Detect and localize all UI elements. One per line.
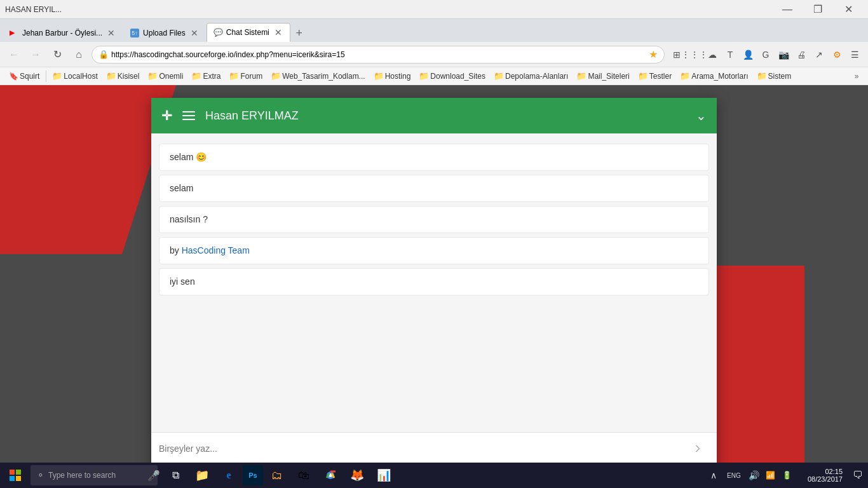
bookmark-folder-icon-2: 📁 [107, 72, 116, 81]
lang-icon[interactable]: G [757, 46, 774, 63]
tray-expand-icon[interactable]: ∧ [706, 468, 721, 483]
bookmarks-more-button[interactable]: » [850, 72, 863, 81]
bookmark-squirt[interactable]: 🔖 Squirt [5, 71, 43, 82]
menu-icon[interactable]: ☰ [846, 46, 863, 63]
title-bar-left: HASAN ERYIL... [5, 5, 62, 14]
task-view-button[interactable]: ⧉ [163, 463, 188, 488]
taskbar-search-input[interactable] [48, 471, 144, 480]
start-button[interactable] [3, 463, 28, 488]
bookmark-extra[interactable]: 📁 Extra [188, 71, 224, 82]
bookmark-label-mail: Mail_Siteleri [588, 72, 629, 81]
edge-app[interactable]: e [216, 463, 241, 488]
tab-upload[interactable]: 5↑ Upload Files ✕ [123, 23, 207, 42]
clock-date: 08/23/2017 [808, 475, 843, 483]
message-text-3: nasılsın ? [170, 214, 208, 224]
message-5: iyi sen [159, 268, 709, 295]
tab-favicon-jehan: ▶ [10, 29, 18, 37]
bookmark-label-depolama: Depolama-Alanları [505, 72, 568, 81]
back-button[interactable]: ← [5, 46, 23, 64]
address-bar: ← → ↻ ⌂ 🔒 ★ ⊞ ⋮⋮⋮ ☁ T 👤 G 📷 🖨 ↗ ⚙ ☰ [0, 42, 868, 67]
svg-rect-2 [10, 470, 15, 475]
bookmark-folder-icon-9: 📁 [494, 72, 503, 81]
message-text-1: selam 😊 [170, 152, 207, 162]
taskbar-search[interactable]: ⚬ 🎤 [31, 465, 158, 485]
address-input[interactable] [111, 50, 649, 59]
firefox-app[interactable]: 🦊 [344, 463, 370, 488]
svg-rect-5 [16, 476, 21, 481]
notification-button[interactable]: 🗨 [850, 468, 865, 483]
close-button[interactable]: ✕ [834, 0, 863, 19]
tab-label-jehan: Jehan Barbur - Öylesi... [22, 29, 102, 37]
hascoding-link[interactable]: HasCoding Team [182, 245, 250, 255]
battery-icon[interactable]: 🔋 [780, 468, 795, 483]
bookmark-folder-icon-8: 📁 [419, 72, 428, 81]
tab-close-jehan[interactable]: ✕ [106, 28, 116, 38]
svg-rect-4 [10, 476, 15, 481]
network-icon[interactable]: 📶 [763, 468, 778, 483]
forward2-icon[interactable]: ↗ [811, 46, 827, 63]
screenshot-icon[interactable]: 📷 [775, 46, 792, 63]
chat-dropdown-icon[interactable]: ⌄ [696, 108, 707, 123]
chrome-app[interactable] [318, 463, 343, 488]
user-icon[interactable]: 👤 [740, 46, 756, 63]
bookmark-web[interactable]: 📁 Web_Tasarim_Kodlam... [268, 71, 369, 82]
store-app[interactable]: 🛍 [291, 463, 316, 488]
chat-menu-icon[interactable] [180, 109, 198, 123]
chat-messages[interactable]: selam 😊 selam nasılsın ? by HasCoding Te… [151, 133, 717, 432]
home-button[interactable]: ⌂ [70, 46, 88, 64]
bookmark-onemli[interactable]: 📁 Onemli [144, 71, 187, 82]
bookmark-testler[interactable]: 📁 Testler [635, 71, 675, 82]
bookmark-label-sistem: Sistem [768, 72, 792, 81]
bookmark-separator [46, 71, 46, 82]
bookmark-hosting[interactable]: 📁 Hosting [370, 71, 415, 82]
bookmark-star-icon[interactable]: ★ [649, 48, 658, 60]
chat-title: Hasan ERYILMAZ [205, 109, 299, 123]
tab-chat[interactable]: 💬 Chat Sistemi ✕ [207, 23, 290, 42]
bookmark-download[interactable]: 📁 Download_Sites [416, 71, 489, 82]
maximize-button[interactable]: ❐ [803, 0, 832, 19]
bookmark-folder-icon-4: 📁 [192, 72, 201, 81]
tab-jehan[interactable]: ▶ Jehan Barbur - Öylesi... ✕ [3, 23, 123, 42]
grid-icon[interactable]: ⋮⋮⋮ [686, 46, 703, 63]
chat-send-button[interactable] [686, 437, 709, 460]
message-text-4-prefix: by [170, 245, 182, 255]
language-tray[interactable]: ENG [722, 468, 745, 483]
forward-button[interactable]: → [27, 46, 44, 64]
tab-label-upload: Upload Files [143, 29, 186, 37]
bookmark-sistem[interactable]: 📁 Sistem [754, 71, 796, 82]
chat-hash-icon: ✛ [161, 108, 172, 123]
app-9[interactable]: 📊 [371, 463, 397, 488]
volume-icon[interactable]: 🔊 [747, 468, 762, 483]
file-manager-app[interactable]: 🗂 [264, 463, 290, 488]
bookmark-folder-icon-12: 📁 [681, 72, 689, 81]
settings-icon[interactable]: ⚙ [829, 46, 845, 63]
message-text-5: iyi sen [170, 276, 195, 287]
bookmark-mail[interactable]: 📁 Mail_Siteleri [573, 71, 633, 82]
translate-icon[interactable]: T [722, 46, 738, 63]
bookmark-localhost[interactable]: 📁 LocalHost [49, 71, 101, 82]
file-explorer-app[interactable]: 📁 [189, 463, 215, 488]
bookmark-label-onemli: Onemli [159, 72, 183, 81]
reload-button[interactable]: ↻ [48, 46, 66, 64]
message-text-2: selam [170, 183, 193, 193]
chat-input[interactable] [159, 444, 686, 454]
cloud-icon[interactable]: ☁ [704, 46, 721, 63]
tab-close-chat[interactable]: ✕ [273, 27, 283, 37]
menu-line-2 [182, 115, 195, 116]
bookmark-forum[interactable]: 📁 Forum [226, 71, 266, 82]
taskbar: ⚬ 🎤 ⧉ 📁 e Ps 🗂 🛍 🦊 📊 ∧ ENG 🔊 📶 🔋 02: [0, 463, 868, 488]
menu-line-1 [182, 111, 195, 112]
message-4: by HasCoding Team [159, 237, 709, 264]
printer-icon[interactable]: 🖨 [793, 46, 810, 63]
clock-time: 02:15 [825, 468, 843, 475]
taskbar-clock[interactable]: 02:15 08/23/2017 [803, 468, 848, 483]
minimize-button[interactable]: — [773, 0, 802, 19]
bookmark-depolama[interactable]: 📁 Depolama-Alanları [491, 71, 572, 82]
photoshop-app[interactable]: Ps [243, 465, 263, 485]
new-tab-button[interactable]: + [290, 24, 308, 42]
tab-close-upload[interactable]: ✕ [189, 28, 200, 38]
tab-label-chat: Chat Sistemi [226, 28, 269, 37]
bookmark-folder-icon-3: 📁 [148, 72, 157, 81]
bookmark-kisisel[interactable]: 📁 Kisisel [103, 71, 144, 82]
bookmark-arama[interactable]: 📁 Arama_Motorları [677, 71, 752, 82]
